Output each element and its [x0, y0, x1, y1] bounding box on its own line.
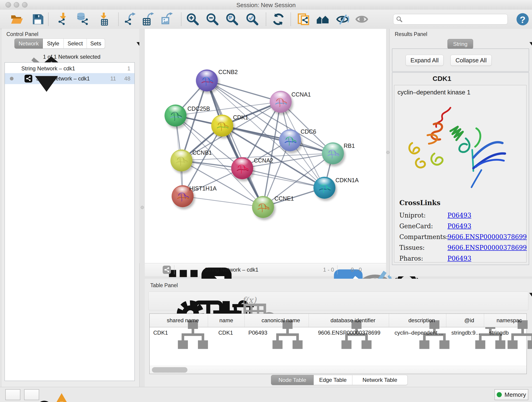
toolbar-search[interactable]	[393, 14, 508, 25]
open-session-icon[interactable]	[10, 13, 23, 26]
crosslink-value[interactable]: 9606.ENSP00000378699	[447, 244, 527, 251]
crosslink-value[interactable]: 9606.ENSP00000378699	[447, 233, 527, 240]
collapse-all-button[interactable]: Collapse All	[450, 55, 492, 66]
memory-button[interactable]: Memory	[494, 389, 528, 400]
detach-view-icon[interactable]	[182, 265, 191, 274]
column-header[interactable]: @id	[446, 314, 484, 327]
table-settings-gear-icon[interactable]	[156, 297, 165, 306]
panel-menu-icon[interactable]	[114, 32, 119, 38]
network-node-rb1[interactable]	[322, 142, 344, 164]
column-header[interactable]: canonical name	[245, 314, 309, 327]
table-horizontal-scrollbar[interactable]	[150, 366, 526, 374]
tab-network[interactable]: Network	[14, 38, 43, 49]
hidden-eye-icon[interactable]	[341, 266, 348, 274]
network-node-ccne1[interactable]	[252, 196, 274, 218]
panel-menu-icon[interactable]	[507, 32, 512, 38]
search-input[interactable]	[403, 16, 500, 23]
table-row[interactable]: CDK1 CDK1 P06493 9606.ENSP00000378699 cy…	[150, 327, 526, 338]
import-network-file-icon[interactable]	[56, 13, 70, 26]
delete-column-trash-icon[interactable]	[209, 296, 218, 306]
export-image-icon[interactable]	[160, 13, 174, 26]
tab-sets[interactable]: Sets	[87, 38, 105, 49]
network-node-ccnb2[interactable]	[196, 70, 218, 91]
cell-database-identifier[interactable]: 9606.ENSP00000378699	[309, 327, 389, 338]
column-header[interactable]: description	[389, 314, 446, 327]
column-header[interactable]: name	[208, 314, 245, 327]
node-details: cyclin–dependent kinase 1	[394, 85, 526, 262]
node-gloss	[273, 92, 288, 100]
crosslink-value[interactable]: P06493	[447, 255, 527, 262]
panel-menu-icon[interactable]	[506, 283, 512, 288]
export-table-icon[interactable]	[142, 13, 155, 26]
tab-string[interactable]: String	[447, 39, 473, 49]
zoom-fit-icon[interactable]	[225, 13, 239, 26]
network-options-gear-icon[interactable]	[127, 53, 135, 61]
panel-float-icon[interactable]	[124, 32, 130, 37]
column-header[interactable]: namespac	[484, 314, 526, 327]
network-node-cdkn1a[interactable]	[313, 177, 336, 199]
export-network-icon[interactable]	[123, 13, 137, 26]
selected-checkbox-icon[interactable]	[314, 267, 320, 273]
first-neighbors-icon[interactable]	[297, 13, 310, 26]
node-section-header[interactable]: CDK1	[392, 73, 529, 85]
help-icon[interactable]	[516, 13, 529, 26]
cell-description[interactable]: cyclin–dependent ...	[389, 327, 446, 338]
collection-collapse-icon[interactable]	[12, 66, 17, 71]
warnings-button[interactable]	[24, 389, 39, 400]
network-collection-row[interactable]: String Network – cdk1 1	[5, 63, 134, 73]
cell-canonical-name[interactable]: P06493	[245, 327, 309, 338]
import-network-database-icon[interactable]	[76, 13, 89, 26]
tab-select[interactable]: Select	[64, 38, 87, 49]
hide-selected-eye-icon[interactable]	[336, 13, 349, 26]
network-list: String Network – cdk1 1 String Network –…	[5, 62, 135, 381]
panel-float-icon[interactable]	[517, 32, 523, 37]
zoom-out-icon[interactable]	[206, 13, 219, 26]
section-collapse-icon[interactable]	[412, 76, 418, 81]
network-node-ccna2[interactable]	[231, 157, 253, 179]
cloud-button[interactable]	[5, 389, 20, 400]
zoom-in-icon[interactable]	[186, 13, 199, 26]
column-header[interactable]: database identifier	[309, 314, 389, 327]
cell-id[interactable]: stringdb:9...	[446, 327, 484, 338]
show-all-eye-icon[interactable]	[355, 13, 368, 26]
node-label-cdc25b: CDC25B	[187, 105, 210, 112]
splitter-handle[interactable]	[141, 206, 144, 209]
scrollbar-thumb[interactable]	[152, 367, 187, 373]
collapse-all-networks-icon[interactable]	[8, 53, 15, 60]
fit-crosshair-icon[interactable]	[372, 265, 382, 275]
cell-namespace[interactable]: stringdb	[484, 327, 526, 338]
panel-close-icon[interactable]	[525, 32, 531, 37]
add-column-icon[interactable]	[192, 297, 201, 306]
network-node-cdc25b[interactable]	[165, 104, 186, 127]
crosslink-value[interactable]: P06493	[447, 223, 527, 230]
splitter-handle[interactable]	[386, 151, 389, 154]
panel-close-icon[interactable]	[133, 32, 138, 37]
cell-shared-name[interactable]: CDK1	[150, 327, 208, 338]
show-columns-icon[interactable]	[174, 297, 183, 306]
refresh-icon[interactable]	[272, 13, 285, 26]
expand-all-networks-icon[interactable]	[17, 53, 24, 60]
vertical-splitter-left[interactable]	[139, 29, 145, 263]
network-node-cdc6[interactable]	[279, 129, 301, 151]
panel-float-icon[interactable]	[517, 282, 523, 288]
panel-close-icon[interactable]	[525, 282, 531, 288]
network-node-ccnb1[interactable]	[171, 149, 192, 172]
grid-view-icon[interactable]	[149, 266, 157, 274]
column-header[interactable]: shared name	[150, 314, 208, 327]
tab-network-table[interactable]: Network Table	[352, 375, 408, 385]
import-table-icon[interactable]	[97, 13, 110, 26]
vertical-splitter-right[interactable]	[386, 29, 389, 276]
expand-all-button[interactable]: Expand All	[405, 55, 443, 66]
share-view-icon[interactable]	[163, 266, 171, 274]
network-node-ccna1[interactable]	[270, 91, 292, 113]
cell-name[interactable]: CDK1	[208, 327, 245, 338]
birdseye-houses-icon[interactable]	[316, 13, 329, 26]
tab-node-table[interactable]: Node Table	[271, 375, 314, 385]
network-view-canvas[interactable]: CCNB2CCNA1CDC25BCDK1CDC6RB1CCNB1CCNA2CDK…	[145, 29, 386, 263]
save-session-icon[interactable]	[31, 13, 44, 26]
zoom-selected-icon[interactable]	[246, 13, 259, 26]
tab-style[interactable]: Style	[43, 38, 64, 49]
tab-edge-table[interactable]: Edge Table	[314, 375, 352, 385]
crosslink-value[interactable]: P06493	[447, 212, 527, 219]
network-node-cdk1[interactable]	[211, 115, 233, 137]
